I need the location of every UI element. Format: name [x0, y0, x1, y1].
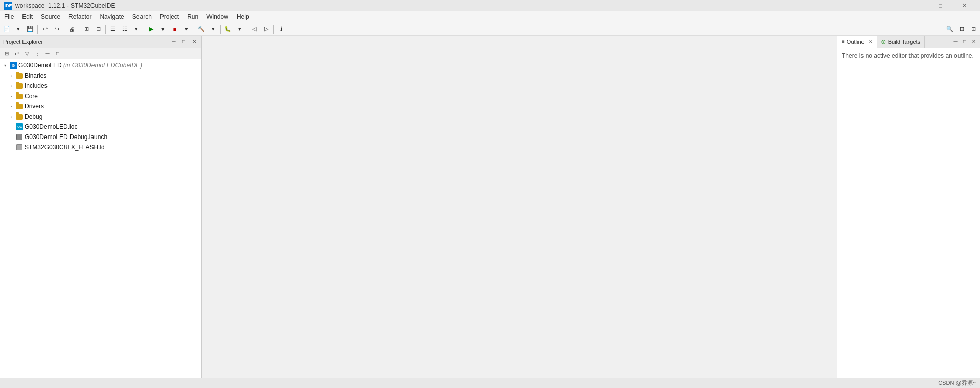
tb-tool3[interactable]: ☰: [107, 24, 119, 35]
main-area: Project Explorer ─ □ ✕ ⊟ ⇄ ▽ ⋮ ─ □ ▾ G G…: [0, 36, 980, 378]
pt-filter[interactable]: ▽: [22, 49, 32, 58]
panel-maximize-btn[interactable]: □: [180, 38, 188, 46]
outline-tab-icon: ≡: [842, 39, 845, 44]
tb-info-button[interactable]: ℹ: [275, 24, 287, 35]
tb-sep-6: [194, 25, 194, 34]
launch-icon: [16, 134, 22, 140]
tb-sep-2: [64, 25, 64, 34]
folder-drivers: [16, 104, 23, 109]
window-controls: ─ □ ✕: [905, 0, 976, 11]
minimize-button[interactable]: ─: [905, 0, 928, 11]
tree-label-root-extra: (in G030DemoLEDCubeIDE): [62, 62, 142, 69]
tb-sep-9: [273, 25, 274, 34]
ioc-icon: IOC: [16, 123, 23, 130]
tree-arrow-debug: ›: [8, 113, 14, 120]
tree-label-ld: STM32G030C8TX_FLASH.ld: [25, 144, 105, 151]
tb-tool5[interactable]: ▾: [131, 24, 142, 35]
tb-tool4[interactable]: ☷: [119, 24, 130, 35]
tb-sep-5: [144, 25, 144, 34]
panel-minimize-btn[interactable]: ─: [170, 38, 178, 46]
menu-file[interactable]: File: [0, 11, 18, 22]
tb-stop-button[interactable]: ■: [169, 24, 180, 35]
folder-binaries: [16, 73, 23, 79]
tb-new-button[interactable]: 📄: [1, 24, 12, 35]
binaries-icon: [15, 72, 24, 80]
title-bar: IDE workspace_1.12.1 - STM32CubeIDE ─ □ …: [0, 0, 980, 11]
tab-outline[interactable]: ≡ Outline ✕: [837, 36, 877, 48]
menu-navigate[interactable]: Navigate: [96, 11, 128, 22]
tb-run-dropdown[interactable]: ▾: [157, 24, 169, 35]
tb-build-button[interactable]: 🔨: [196, 24, 207, 35]
tree-item-ld[interactable]: › STM32G030C8TX_FLASH.ld: [0, 142, 201, 152]
pt-collapse-all[interactable]: ⊟: [2, 49, 11, 58]
rpanel-max-btn[interactable]: □: [961, 38, 969, 46]
tb-stop-dropdown[interactable]: ▾: [181, 24, 192, 35]
right-panel: ≡ Outline ✕ ◎ Build Targets ─ □ ✕ There …: [837, 36, 980, 378]
tree-item-binaries[interactable]: › Binaries: [0, 71, 201, 81]
tree-item-core[interactable]: › Core: [0, 91, 201, 101]
project-explorer-toolbar: ⊟ ⇄ ▽ ⋮ ─ □: [0, 48, 201, 59]
tb-sep-3: [79, 25, 79, 34]
menu-project[interactable]: Project: [156, 11, 183, 22]
tb-new-dropdown[interactable]: ▾: [13, 24, 24, 35]
rpanel-min-btn[interactable]: ─: [951, 38, 960, 46]
tb-undo-button[interactable]: ↩: [39, 24, 51, 35]
tree-label-ioc: G030DemoLED.ioc: [25, 123, 77, 130]
tb-view-icon[interactable]: ⊞: [956, 24, 967, 35]
tree-item-includes[interactable]: › Includes: [0, 81, 201, 91]
tb-debug-dropdown[interactable]: ▾: [234, 24, 245, 35]
folder-core: [16, 94, 23, 99]
debug-icon: [15, 112, 24, 121]
launch-file-icon: [15, 133, 24, 141]
outline-tab-close[interactable]: ✕: [869, 39, 873, 44]
tree-item-debug[interactable]: › Debug: [0, 111, 201, 122]
outline-message: There is no active editor that provides …: [842, 52, 974, 59]
tb-nav-back[interactable]: ◁: [249, 24, 260, 35]
tree-label-binaries: Binaries: [25, 72, 46, 79]
outline-tab-label: Outline: [847, 39, 865, 45]
pt-max[interactable]: □: [53, 49, 62, 58]
status-bar: CSDN @乔源~: [0, 378, 980, 388]
pt-min[interactable]: ─: [43, 49, 52, 58]
toolbar: 📄 ▾ 💾 ↩ ↪ 🖨 ⊞ ⊟ ☰ ☷ ▾ ▶ ▾ ■ ▾ 🔨 ▾ 🐛 ▾ ◁ …: [0, 22, 980, 36]
pt-menu[interactable]: ⋮: [33, 49, 42, 58]
tb-build-dropdown[interactable]: ▾: [207, 24, 219, 35]
tree-item-ioc[interactable]: › IOC G030DemoLED.ioc: [0, 122, 201, 132]
right-panel-controls: ─ □ ✕: [949, 36, 980, 48]
menu-help[interactable]: Help: [232, 11, 253, 22]
project-explorer-title: Project Explorer: [3, 39, 168, 45]
core-icon: [15, 92, 24, 100]
menu-run[interactable]: Run: [183, 11, 202, 22]
menu-search[interactable]: Search: [128, 11, 156, 22]
tb-save-button[interactable]: 💾: [25, 24, 36, 35]
tree-item-launch[interactable]: › G030DemoLED Debug.launch: [0, 132, 201, 142]
maximize-button[interactable]: □: [929, 0, 952, 11]
left-panel: Project Explorer ─ □ ✕ ⊟ ⇄ ▽ ⋮ ─ □ ▾ G G…: [0, 36, 202, 378]
tree-label-launch: G030DemoLED Debug.launch: [25, 133, 107, 141]
tb-perspective-icon[interactable]: ⊡: [968, 24, 979, 35]
menu-source[interactable]: Source: [37, 11, 64, 22]
tb-nav-fwd[interactable]: ▷: [261, 24, 272, 35]
tab-build-targets[interactable]: ◎ Build Targets: [877, 36, 925, 48]
tb-redo-button[interactable]: ↪: [51, 24, 62, 35]
tb-search-icon[interactable]: 🔍: [944, 24, 955, 35]
menu-edit[interactable]: Edit: [18, 11, 37, 22]
close-button[interactable]: ✕: [953, 0, 976, 11]
panel-close-btn[interactable]: ✕: [190, 38, 198, 46]
rpanel-close-btn[interactable]: ✕: [970, 38, 978, 46]
tb-run-button[interactable]: ▶: [146, 24, 157, 35]
includes-icon: [15, 82, 24, 90]
menu-window[interactable]: Window: [202, 11, 232, 22]
tree-item-root[interactable]: ▾ G G030DemoLED (in G030DemoLEDCubeIDE): [0, 60, 201, 71]
menu-refactor[interactable]: Refactor: [64, 11, 96, 22]
tree-label-root: G030DemoLED: [18, 62, 62, 69]
tb-sep-4: [105, 25, 106, 34]
tree-arrow-root: ▾: [2, 62, 8, 69]
tb-print-button[interactable]: 🖨: [66, 24, 77, 35]
pt-link-editor[interactable]: ⇄: [12, 49, 21, 58]
tb-tool1[interactable]: ⊞: [81, 24, 92, 35]
tb-tool2[interactable]: ⊟: [92, 24, 104, 35]
tb-debug-button[interactable]: 🐛: [222, 24, 234, 35]
tree-label-core: Core: [25, 93, 38, 100]
tree-item-drivers[interactable]: › Drivers: [0, 101, 201, 111]
